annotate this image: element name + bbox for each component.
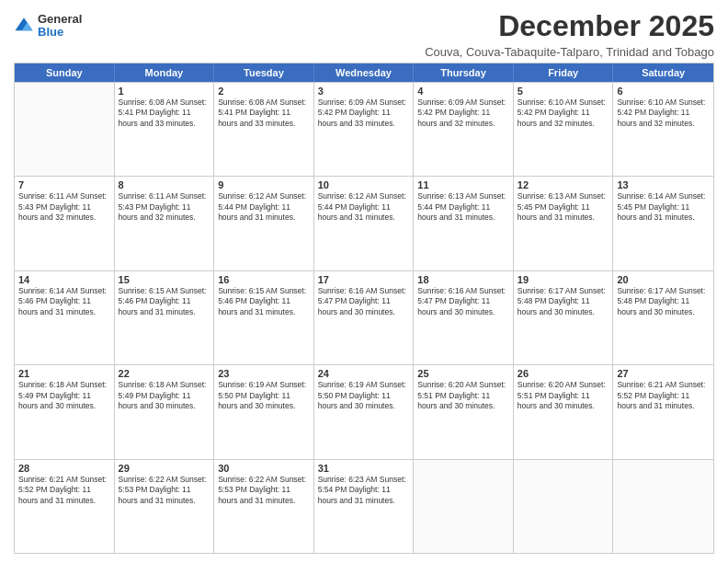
- day-number: 3: [318, 86, 410, 97]
- location: Couva, Couva-Tabaquite-Talparo, Trinidad…: [425, 45, 714, 59]
- day-number: 2: [218, 86, 310, 97]
- day-number: 25: [417, 368, 509, 379]
- day-info: Sunrise: 6:15 AM Sunset: 5:46 PM Dayligh…: [119, 286, 210, 317]
- day-number: 11: [417, 179, 509, 190]
- calendar-row-3: 21Sunrise: 6:18 AM Sunset: 5:49 PM Dayli…: [15, 364, 713, 458]
- day-number: 15: [119, 274, 210, 285]
- calendar-row-0: 1Sunrise: 6:08 AM Sunset: 5:41 PM Daylig…: [15, 82, 713, 176]
- day-number: 24: [318, 368, 410, 379]
- day-cell-15: 15Sunrise: 6:15 AM Sunset: 5:46 PM Dayli…: [115, 271, 215, 364]
- day-cell-30: 30Sunrise: 6:22 AM Sunset: 5:53 PM Dayli…: [214, 460, 314, 553]
- logo-general: General: [38, 13, 82, 26]
- day-cell-29: 29Sunrise: 6:22 AM Sunset: 5:53 PM Dayli…: [115, 460, 215, 553]
- empty-cell-4-4: [414, 460, 514, 553]
- day-info: Sunrise: 6:12 AM Sunset: 5:44 PM Dayligh…: [318, 191, 410, 223]
- calendar-body: 1Sunrise: 6:08 AM Sunset: 5:41 PM Daylig…: [15, 82, 713, 553]
- day-cell-14: 14Sunrise: 6:14 AM Sunset: 5:46 PM Dayli…: [15, 271, 115, 364]
- day-cell-12: 12Sunrise: 6:13 AM Sunset: 5:45 PM Dayli…: [514, 177, 614, 270]
- day-info: Sunrise: 6:20 AM Sunset: 5:51 PM Dayligh…: [417, 380, 509, 411]
- day-number: 26: [518, 368, 609, 379]
- day-info: Sunrise: 6:13 AM Sunset: 5:44 PM Dayligh…: [417, 191, 509, 223]
- logo-blue: Blue: [38, 26, 82, 39]
- day-info: Sunrise: 6:14 AM Sunset: 5:46 PM Dayligh…: [18, 286, 110, 317]
- day-number: 22: [119, 368, 210, 379]
- day-number: 16: [218, 274, 310, 285]
- day-info: Sunrise: 6:12 AM Sunset: 5:44 PM Dayligh…: [218, 191, 310, 223]
- day-cell-22: 22Sunrise: 6:18 AM Sunset: 5:49 PM Dayli…: [115, 365, 215, 458]
- title-block: December 2025 Couva, Couva-Tabaquite-Tal…: [425, 9, 714, 59]
- day-info: Sunrise: 6:18 AM Sunset: 5:49 PM Dayligh…: [119, 380, 210, 411]
- header-day-thursday: Thursday: [414, 63, 514, 82]
- day-cell-13: 13Sunrise: 6:14 AM Sunset: 5:45 PM Dayli…: [613, 177, 713, 270]
- day-cell-3: 3Sunrise: 6:09 AM Sunset: 5:42 PM Daylig…: [314, 83, 415, 176]
- day-number: 30: [218, 463, 310, 474]
- day-cell-9: 9Sunrise: 6:12 AM Sunset: 5:44 PM Daylig…: [214, 177, 314, 270]
- logo-text: General Blue: [38, 13, 82, 40]
- day-number: 28: [18, 463, 110, 474]
- logo-icon: [14, 16, 34, 36]
- day-info: Sunrise: 6:18 AM Sunset: 5:49 PM Dayligh…: [18, 380, 110, 411]
- day-info: Sunrise: 6:09 AM Sunset: 5:42 PM Dayligh…: [318, 98, 410, 129]
- day-number: 29: [119, 463, 210, 474]
- day-cell-27: 27Sunrise: 6:21 AM Sunset: 5:52 PM Dayli…: [613, 365, 713, 458]
- day-number: 18: [417, 274, 509, 285]
- day-cell-18: 18Sunrise: 6:16 AM Sunset: 5:47 PM Dayli…: [414, 271, 514, 364]
- day-info: Sunrise: 6:17 AM Sunset: 5:48 PM Dayligh…: [518, 286, 609, 317]
- day-info: Sunrise: 6:19 AM Sunset: 5:50 PM Dayligh…: [318, 380, 410, 411]
- empty-cell-0-0: [15, 83, 115, 176]
- day-info: Sunrise: 6:13 AM Sunset: 5:45 PM Dayligh…: [518, 191, 609, 223]
- empty-cell-4-6: [613, 460, 713, 553]
- day-info: Sunrise: 6:21 AM Sunset: 5:52 PM Dayligh…: [617, 380, 710, 411]
- day-cell-26: 26Sunrise: 6:20 AM Sunset: 5:51 PM Dayli…: [514, 365, 614, 458]
- day-number: 6: [617, 86, 710, 97]
- day-number: 20: [617, 274, 710, 285]
- day-cell-7: 7Sunrise: 6:11 AM Sunset: 5:43 PM Daylig…: [15, 177, 115, 270]
- day-number: 5: [518, 86, 609, 97]
- header-day-sunday: Sunday: [15, 63, 115, 82]
- day-info: Sunrise: 6:16 AM Sunset: 5:47 PM Dayligh…: [318, 286, 410, 317]
- day-cell-2: 2Sunrise: 6:08 AM Sunset: 5:41 PM Daylig…: [214, 83, 314, 176]
- day-info: Sunrise: 6:21 AM Sunset: 5:52 PM Dayligh…: [18, 475, 110, 506]
- day-cell-23: 23Sunrise: 6:19 AM Sunset: 5:50 PM Dayli…: [214, 365, 314, 458]
- day-number: 10: [318, 179, 410, 190]
- page: General Blue December 2025 Couva, Couva-…: [0, 0, 728, 563]
- logo: General Blue: [14, 13, 82, 40]
- day-info: Sunrise: 6:08 AM Sunset: 5:41 PM Dayligh…: [119, 98, 210, 129]
- day-info: Sunrise: 6:22 AM Sunset: 5:53 PM Dayligh…: [119, 475, 210, 506]
- day-cell-24: 24Sunrise: 6:19 AM Sunset: 5:50 PM Dayli…: [314, 365, 415, 458]
- day-info: Sunrise: 6:10 AM Sunset: 5:42 PM Dayligh…: [617, 98, 710, 129]
- header-day-wednesday: Wednesday: [314, 63, 415, 82]
- calendar-header: SundayMondayTuesdayWednesdayThursdayFrid…: [15, 63, 713, 82]
- day-cell-16: 16Sunrise: 6:15 AM Sunset: 5:46 PM Dayli…: [214, 271, 314, 364]
- day-info: Sunrise: 6:14 AM Sunset: 5:45 PM Dayligh…: [617, 191, 710, 223]
- day-info: Sunrise: 6:16 AM Sunset: 5:47 PM Dayligh…: [417, 286, 509, 317]
- day-cell-20: 20Sunrise: 6:17 AM Sunset: 5:48 PM Dayli…: [613, 271, 713, 364]
- day-info: Sunrise: 6:08 AM Sunset: 5:41 PM Dayligh…: [218, 98, 310, 129]
- empty-cell-4-5: [514, 460, 614, 553]
- calendar-row-2: 14Sunrise: 6:14 AM Sunset: 5:46 PM Dayli…: [15, 270, 713, 364]
- day-cell-10: 10Sunrise: 6:12 AM Sunset: 5:44 PM Dayli…: [314, 177, 415, 270]
- header-day-saturday: Saturday: [613, 63, 713, 82]
- day-number: 19: [518, 274, 609, 285]
- day-info: Sunrise: 6:22 AM Sunset: 5:53 PM Dayligh…: [218, 475, 310, 506]
- day-cell-4: 4Sunrise: 6:09 AM Sunset: 5:42 PM Daylig…: [414, 83, 514, 176]
- day-number: 21: [18, 368, 110, 379]
- day-cell-1: 1Sunrise: 6:08 AM Sunset: 5:41 PM Daylig…: [115, 83, 215, 176]
- day-cell-8: 8Sunrise: 6:11 AM Sunset: 5:43 PM Daylig…: [115, 177, 215, 270]
- day-number: 1: [119, 86, 210, 97]
- header-day-friday: Friday: [514, 63, 614, 82]
- calendar-row-1: 7Sunrise: 6:11 AM Sunset: 5:43 PM Daylig…: [15, 176, 713, 270]
- day-info: Sunrise: 6:19 AM Sunset: 5:50 PM Dayligh…: [218, 380, 310, 411]
- day-number: 7: [18, 179, 110, 190]
- day-cell-11: 11Sunrise: 6:13 AM Sunset: 5:44 PM Dayli…: [414, 177, 514, 270]
- day-cell-21: 21Sunrise: 6:18 AM Sunset: 5:49 PM Dayli…: [15, 365, 115, 458]
- day-cell-28: 28Sunrise: 6:21 AM Sunset: 5:52 PM Dayli…: [15, 460, 115, 553]
- day-number: 27: [617, 368, 710, 379]
- day-info: Sunrise: 6:10 AM Sunset: 5:42 PM Dayligh…: [518, 98, 609, 129]
- calendar-row-4: 28Sunrise: 6:21 AM Sunset: 5:52 PM Dayli…: [15, 459, 713, 553]
- day-number: 14: [18, 274, 110, 285]
- day-cell-17: 17Sunrise: 6:16 AM Sunset: 5:47 PM Dayli…: [314, 271, 415, 364]
- day-info: Sunrise: 6:09 AM Sunset: 5:42 PM Dayligh…: [417, 98, 509, 129]
- day-number: 12: [518, 179, 609, 190]
- day-info: Sunrise: 6:11 AM Sunset: 5:43 PM Dayligh…: [119, 191, 210, 223]
